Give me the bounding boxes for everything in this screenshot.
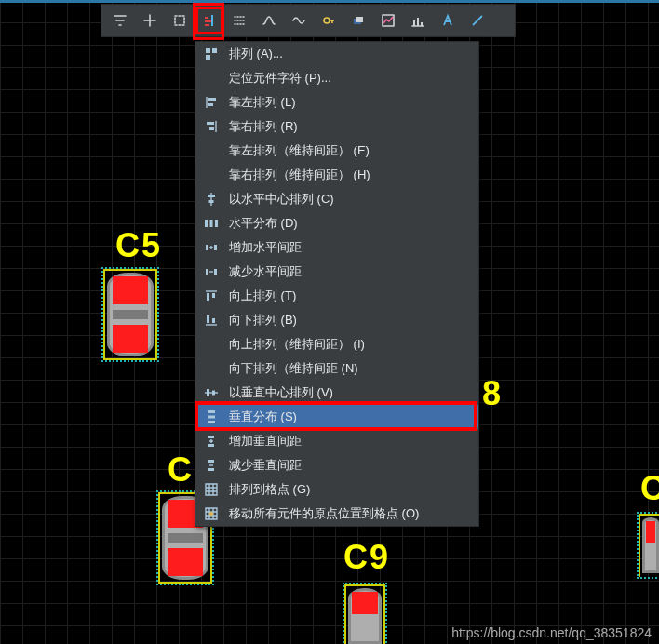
toolbar — [101, 4, 516, 37]
menu-item-label: 靠右排列 (R) — [229, 118, 469, 135]
wave-icon[interactable] — [285, 7, 313, 34]
svg-rect-29 — [212, 391, 215, 396]
menu-item-to-grid-icon-18[interactable]: 排列到格点 (G) — [195, 477, 478, 502]
menu-item-increase-v-icon-16[interactable]: 增加垂直间距 — [195, 429, 478, 453]
menu-item-label: 水平分布 (D) — [229, 215, 469, 232]
distribute-v-icon — [203, 409, 220, 425]
plot-icon[interactable] — [374, 7, 402, 34]
menu-item-label: 向下排列 (B) — [229, 312, 469, 329]
menu-item-label: 移动所有元件的原点位置到格点 (O) — [229, 505, 469, 522]
menu-item-label: 减少水平间距 — [229, 263, 469, 280]
menu-item-label: 增加水平间距 — [229, 239, 469, 256]
svg-rect-3 — [356, 17, 363, 22]
layer-icon[interactable] — [344, 7, 372, 34]
menu-item-row-1[interactable]: 定位元件字符 (P)... — [195, 66, 478, 90]
menu-icon-empty — [203, 142, 220, 159]
menu-icon-empty — [203, 167, 220, 183]
increase-v-icon — [203, 433, 220, 449]
align-bottom-icon — [203, 312, 220, 329]
menu-item-label: 靠右排列（维持间距） (H) — [229, 167, 469, 183]
svg-rect-32 — [208, 421, 215, 423]
menu-item-label: 靠左排列（维持间距） (E) — [229, 142, 469, 159]
menu-item-align-right-icon-3[interactable]: 靠右排列 (R) — [195, 114, 478, 139]
component-c5[interactable] — [107, 273, 154, 356]
svg-rect-25 — [212, 293, 215, 298]
origin-grid-icon — [203, 505, 220, 522]
menu-item-label: 定位元件字符 (P)... — [229, 70, 469, 87]
align-left-icon — [203, 94, 220, 111]
svg-point-37 — [209, 512, 213, 516]
align-tool-icon[interactable] — [195, 7, 223, 34]
svg-rect-5 — [413, 20, 415, 26]
menu-icon-empty — [203, 70, 220, 87]
designator-c9: C9 — [343, 538, 390, 577]
svg-rect-13 — [207, 122, 214, 125]
menu-item-align-bottom-icon-11[interactable]: 向下排列 (B) — [195, 308, 478, 332]
svg-rect-23 — [214, 269, 217, 275]
menu-item-align-center-h-icon-6[interactable]: 以水平中心排列 (C) — [195, 187, 478, 211]
designator-c8-fragment: 8 — [482, 374, 503, 413]
menu-item-distribute-v-icon-15[interactable]: 垂直分布 (S) — [195, 405, 478, 429]
svg-rect-14 — [209, 127, 214, 130]
filter-icon[interactable] — [106, 7, 134, 34]
menu-item-label: 减少垂直间距 — [229, 457, 469, 474]
svg-rect-6 — [417, 18, 419, 26]
designator-right-fragment: C — [640, 469, 659, 508]
menu-item-align-top-icon-10[interactable]: 向上排列 (T) — [195, 284, 478, 308]
menu-item-label: 排列到格点 (G) — [229, 481, 469, 498]
menu-item-align-center-v-icon-14[interactable]: 以垂直中心排列 (V) — [195, 381, 478, 405]
menu-item-row-12[interactable]: 向上排列（维持间距） (I) — [195, 332, 478, 356]
menu-item-row-4[interactable]: 靠左排列（维持间距） (E) — [195, 139, 478, 163]
dash-array-icon[interactable] — [225, 7, 253, 34]
menu-item-origin-grid-icon-19[interactable]: 移动所有元件的原点位置到格点 (O) — [195, 502, 478, 526]
menu-item-arrange-icon-0[interactable]: 排列 (A)... — [195, 42, 478, 66]
svg-rect-22 — [206, 269, 208, 275]
menu-item-label: 向上排列 (T) — [229, 288, 469, 304]
menu-item-label: 垂直分布 (S) — [229, 409, 469, 425]
svg-rect-17 — [205, 220, 208, 227]
svg-rect-0 — [175, 16, 184, 25]
menu-item-increase-h-icon-8[interactable]: 增加水平间距 — [195, 235, 478, 260]
svg-rect-9 — [212, 48, 217, 53]
menu-item-align-left-icon-2[interactable]: 靠左排列 (L) — [195, 90, 478, 114]
menu-item-label: 排列 (A)... — [229, 46, 469, 62]
menu-item-label: 以垂直中心排列 (V) — [229, 384, 469, 401]
svg-rect-11 — [208, 98, 216, 101]
to-grid-icon — [203, 481, 220, 498]
svg-rect-20 — [206, 245, 208, 250]
arrange-icon — [203, 46, 220, 62]
decrease-v-icon — [203, 457, 220, 474]
svg-rect-16 — [209, 200, 214, 203]
bar-chart-icon[interactable] — [404, 7, 432, 34]
svg-rect-33 — [208, 436, 214, 438]
menu-item-distribute-h-icon-7[interactable]: 水平分布 (D) — [195, 211, 478, 235]
svg-rect-12 — [208, 103, 213, 106]
menu-icon-empty — [203, 360, 220, 377]
line-icon[interactable] — [464, 7, 491, 34]
align-right-icon — [203, 118, 220, 135]
text-a-icon[interactable] — [434, 7, 462, 34]
menu-item-label: 靠左排列 (L) — [229, 94, 469, 111]
svg-rect-10 — [206, 55, 210, 60]
svg-rect-15 — [208, 195, 215, 197]
svg-rect-28 — [207, 389, 209, 396]
distribute-h-icon — [203, 215, 220, 232]
select-rect-icon[interactable] — [166, 7, 194, 34]
component-c9[interactable] — [348, 588, 382, 644]
svg-rect-19 — [215, 220, 218, 227]
menu-item-row-5[interactable]: 靠右排列（维持间距） (H) — [195, 163, 478, 187]
increase-h-icon — [203, 239, 220, 256]
menu-item-label: 增加垂直间距 — [229, 433, 469, 449]
menu-item-decrease-h-icon-9[interactable]: 减少水平间距 — [195, 260, 478, 284]
menu-icon-empty — [203, 336, 220, 353]
key-icon[interactable] — [315, 7, 343, 34]
menu-item-row-13[interactable]: 向下排列（维持间距 (N) — [195, 356, 478, 381]
grid-add-icon[interactable] — [136, 7, 164, 34]
svg-rect-21 — [214, 245, 217, 250]
menu-item-label: 向下排列（维持间距 (N) — [229, 360, 469, 377]
route-icon[interactable] — [255, 7, 283, 34]
menu-item-label: 向上排列（维持间距） (I) — [229, 336, 469, 353]
svg-rect-8 — [206, 48, 210, 53]
menu-item-decrease-v-icon-17[interactable]: 减少垂直间距 — [195, 453, 478, 477]
component-right-fragment[interactable] — [642, 517, 659, 573]
